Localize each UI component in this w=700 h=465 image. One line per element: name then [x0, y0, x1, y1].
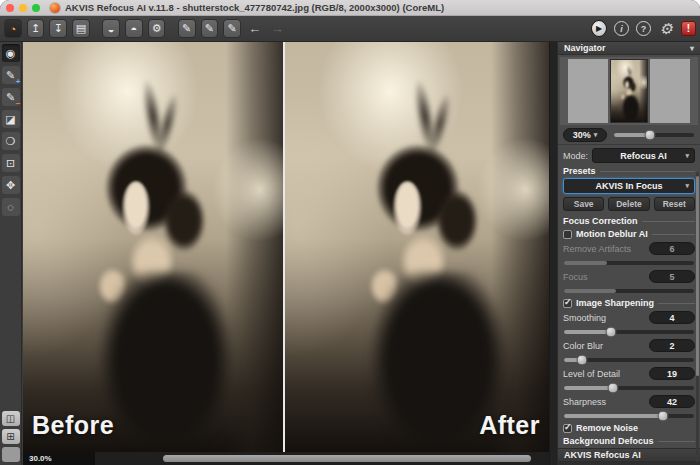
info-button[interactable]: i [614, 21, 629, 36]
preferences-button[interactable]: ⚙ [658, 21, 674, 37]
motion-deblur-checkbox[interactable]: ✓ [563, 230, 572, 239]
thumb-square-button[interactable] [2, 447, 20, 462]
horizontal-scrollbar[interactable] [95, 452, 549, 465]
zoom-slider[interactable] [614, 133, 694, 137]
image-sharpening-checkbox[interactable]: ✓ [563, 299, 572, 308]
zoom-slider-knob[interactable] [645, 130, 656, 141]
open-image-button[interactable]: ↥ [27, 19, 45, 38]
slider-fill [564, 330, 611, 334]
settings-panel: Mode: Refocus AI ▾ Presets AKVIS In Focu… [558, 145, 700, 465]
remove-artifacts-value[interactable]: 6 [649, 242, 695, 255]
color-blur-slider[interactable] [564, 358, 694, 362]
help-button[interactable]: ? [636, 21, 651, 36]
slider-knob[interactable] [605, 327, 616, 338]
sharpness-value[interactable]: 42 [649, 395, 695, 408]
save-image-button[interactable]: ↧ [49, 19, 67, 38]
mode-label: Mode: [563, 151, 588, 161]
after-figure [293, 42, 549, 452]
fit-to-window-button[interactable]: ⊞ [2, 429, 20, 444]
batch-processing-icon: ⚙ [152, 22, 162, 35]
level-of-detail-slider[interactable] [564, 386, 694, 390]
edit-tool-b-button[interactable]: ✎ [201, 19, 219, 38]
level-of-detail-label: Level of Detail [563, 369, 620, 379]
check-icon: ✓ [564, 422, 572, 432]
edit-tool-c-icon: ✎ [228, 22, 237, 35]
focus-correction-title: Focus Correction [563, 216, 638, 226]
focus-brush-button[interactable]: ✎+ [2, 66, 20, 84]
eraser-button[interactable]: ◪ [2, 110, 20, 128]
remove-noise-checkbox[interactable]: ✓ [563, 424, 572, 433]
focus-correction-header: Focus Correction [563, 216, 695, 226]
refocus-panel-header[interactable]: AKVIS Refocus AI [558, 448, 700, 462]
sidebar-scrollbar[interactable] [696, 172, 699, 462]
slider-knob[interactable] [577, 355, 588, 366]
zoom-status: 30.0% [23, 452, 95, 465]
smoothing-slider[interactable] [564, 330, 694, 334]
mode-value: Refocus AI [620, 151, 667, 161]
zoom-window-button[interactable] [32, 4, 40, 12]
batch-processing-button[interactable]: ⚙ [148, 19, 166, 38]
zoom-level-dropdown[interactable]: 30% ▾ [563, 128, 607, 142]
save-preset-button[interactable]: Save [563, 197, 604, 211]
before-pane[interactable]: Before [23, 42, 283, 452]
navigator-header[interactable]: Navigator ▾ [558, 42, 700, 55]
export-presets-button[interactable]: ◓ [125, 19, 143, 38]
top-toolbar: ◔ ↥ ↧ ▤ ◒ ◓ ⚙ ✎ ✎ ✎ ← → ▶ i ? ⚙ ! [0, 16, 700, 42]
smoothing-value[interactable]: 4 [649, 311, 695, 324]
edit-tool-a-button[interactable]: ✎ [178, 19, 196, 38]
level-of-detail-value[interactable]: 19 [649, 367, 695, 380]
sharpness-slider[interactable] [564, 414, 694, 418]
minimize-window-button[interactable] [19, 4, 27, 12]
image-viewer: Before After 30.0% [23, 42, 549, 465]
print-button[interactable]: ▤ [72, 19, 90, 38]
mode-dropdown[interactable]: Refocus AI ▾ [592, 148, 695, 163]
preset-dropdown[interactable]: AKVIS In Focus ▾ [563, 178, 695, 194]
close-window-button[interactable] [6, 4, 14, 12]
color-blur-value[interactable]: 2 [649, 339, 695, 352]
preview-eye-button[interactable]: ◉ [2, 44, 20, 62]
remove-artifacts-label: Remove Artifacts [563, 244, 631, 254]
import-presets-button[interactable]: ◒ [102, 19, 120, 38]
check-icon: ✓ [564, 297, 572, 307]
before-figure [23, 42, 283, 452]
redo-button[interactable]: → [269, 19, 287, 38]
tool-column: ◉ ✎+ ✎− ◪ ❍ ⊡ ✥ ◌ ◫ ⊞ [0, 42, 22, 465]
navigator-thumbnail[interactable] [610, 59, 648, 123]
face-shape [122, 181, 151, 234]
sharpness-label: Sharpness [563, 397, 606, 407]
zoom-tool-button[interactable]: ◌ [2, 198, 20, 216]
title-bar: AKVIS Refocus AI v.11.8 - shutterstock_4… [0, 0, 700, 16]
edit-tool-c-button[interactable]: ✎ [223, 19, 241, 38]
image-sharpening-label: Image Sharpening [576, 298, 654, 308]
navigator-left-panel [568, 59, 608, 123]
remove-noise-label: Remove Noise [576, 423, 638, 433]
motion-deblur-row: ✓ Motion Deblur AI [563, 229, 695, 239]
vertical-scrollbar[interactable] [549, 42, 557, 465]
navigator-canvas[interactable] [560, 57, 698, 125]
settings-sidebar: Navigator ▾ [557, 42, 700, 465]
preset-buttons-row: Save Delete Reset [563, 197, 695, 211]
license-button[interactable]: ! [681, 21, 696, 36]
sharpness-row: Sharpness 42 [563, 395, 695, 408]
eraser-icon: ◪ [5, 113, 15, 126]
delete-preset-button[interactable]: Delete [608, 197, 649, 211]
workspace-gauge-icon[interactable]: ◔ [4, 19, 22, 38]
horizontal-scroll-thumb[interactable] [163, 455, 531, 462]
reset-preset-button[interactable]: Reset [654, 197, 695, 211]
sidebar-scroll-thumb[interactable] [696, 176, 699, 376]
run-processing-button[interactable]: ▶ [591, 20, 607, 37]
crop-button[interactable]: ⊡ [2, 154, 20, 172]
undo-button[interactable]: ← [246, 19, 264, 38]
slider-knob[interactable] [608, 383, 619, 394]
thumbnail-photo [611, 60, 647, 122]
split-view-button[interactable]: ◫ [2, 411, 20, 426]
slider-knob[interactable] [657, 411, 668, 422]
focus-value[interactable]: 5 [649, 270, 695, 283]
defocus-brush-button[interactable]: ✎− [2, 88, 20, 106]
chevron-down-icon: ▾ [685, 152, 689, 160]
toolbar-right-group: i ? ⚙ ! [607, 21, 696, 37]
hand-tool-button[interactable]: ✥ [2, 176, 20, 194]
after-pane[interactable]: After [285, 42, 549, 452]
app-window: AKVIS Refocus AI v.11.8 - shutterstock_4… [0, 0, 700, 465]
blur-bucket-button[interactable]: ❍ [2, 132, 20, 150]
